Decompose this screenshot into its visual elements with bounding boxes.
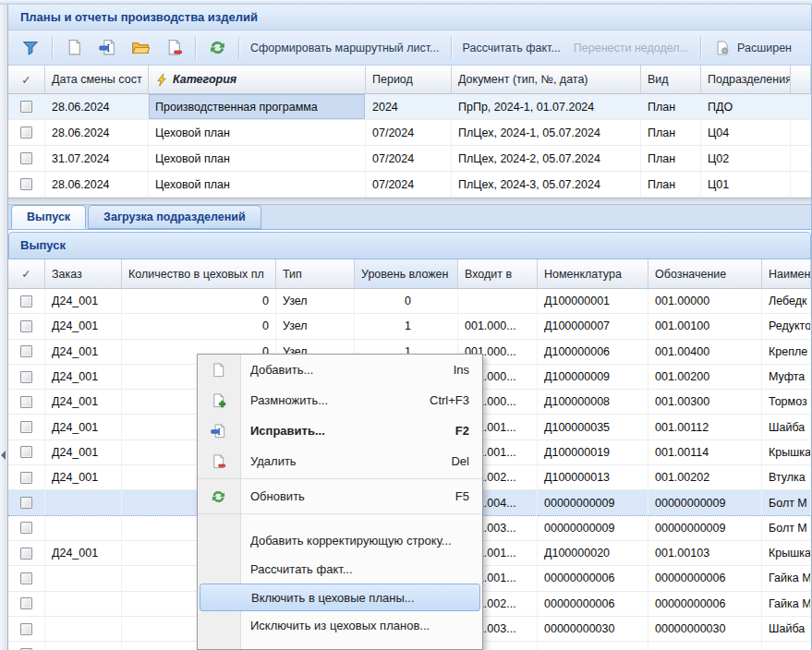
toolbar-separator (52, 37, 53, 59)
refresh-icon (210, 488, 227, 505)
horizontal-splitter[interactable] (8, 198, 811, 205)
column-header-division[interactable]: Подразделения (701, 66, 791, 94)
table-row[interactable]: 31.07.2024 Цеховой план 07/2024 ПлЦех, 2… (8, 146, 811, 172)
cell-designation: 00000000030 (648, 617, 762, 642)
column-header-date[interactable]: Дата смены сост (45, 66, 149, 94)
cell-order: Д24_001 (45, 465, 122, 490)
menu-item-label: Добавить корректирующую строку... (250, 534, 469, 548)
cell-document: ПлЦех, 2024-2, 05.07.2024 (452, 146, 641, 172)
table-row[interactable]: 28.06.2024 Цеховой план 07/2024 ПлЦех, 2… (8, 120, 811, 146)
column-header-period[interactable]: Период (366, 66, 452, 94)
collapsed-side-panel[interactable] (0, 5, 8, 650)
form-route-sheet-button[interactable]: Сформировать маршрутный лист... (244, 39, 446, 57)
edit-button[interactable] (91, 35, 124, 61)
column-header-nomenclature[interactable]: Номенклатура (538, 259, 648, 289)
cell-nomenclature: 00000000009 (538, 516, 648, 541)
refresh-button[interactable] (200, 35, 234, 61)
tab-division-load[interactable]: Загрузка подразделений (88, 205, 261, 229)
filter-button[interactable] (14, 35, 47, 61)
menu-item[interactable]: Добавить корректирующую строку... (198, 526, 482, 555)
table-row[interactable]: 28.06.2024 Цеховой план 07/2024 ПлЦех, 2… (8, 172, 811, 198)
row-checkbox[interactable] (20, 152, 32, 164)
cell-check (8, 592, 45, 617)
menu-item-label: Размножить... (250, 393, 418, 407)
delete-button[interactable] (157, 35, 190, 61)
menu-item[interactable]: Размножить... Ctrl+F3 (198, 385, 482, 415)
menu-item-label: Исключить из цеховых планов... (250, 619, 469, 632)
context-menu: Добавить... Ins Размножить... Ctrl+F3 Ис… (197, 354, 483, 650)
row-checkbox[interactable] (20, 597, 32, 609)
cell-name: Крышка (762, 440, 811, 465)
row-checkbox[interactable] (20, 345, 32, 357)
row-checkbox[interactable] (20, 472, 32, 484)
toolbar-separator (451, 37, 452, 59)
cell-date: 28.06.2024 (45, 94, 149, 120)
menu-item[interactable]: Добавить... Ins (198, 355, 482, 385)
cell-designation: 001.00000 (648, 289, 762, 314)
tab-output[interactable]: Выпуск (11, 205, 86, 229)
cell-designation: 001.00100 (648, 314, 762, 339)
table-row[interactable]: Д24_001 0 Узел 0 Д100000001 001.00000 Ле… (8, 289, 811, 314)
cell-check (8, 642, 45, 650)
row-checkbox[interactable] (20, 371, 32, 383)
column-header-document[interactable]: Документ (тип, №, дата) (452, 66, 641, 94)
row-checkbox[interactable] (20, 548, 32, 560)
row-checkbox[interactable] (20, 446, 32, 458)
cell-check (8, 465, 45, 490)
extended-button[interactable]: Расширен (706, 35, 798, 61)
cell-check (8, 146, 45, 172)
table-row[interactable]: Д24_001 0 Узел 1 001.000... Д100000007 0… (8, 314, 811, 339)
row-checkbox[interactable] (20, 396, 32, 408)
cell-nomenclature: 00000000006 (538, 592, 648, 617)
cell-category: Производственная программа (149, 94, 366, 120)
cell-period: 2024 (366, 94, 452, 120)
cell-designation: 00000000006 (648, 592, 762, 617)
open-button[interactable] (124, 35, 157, 61)
cell-designation (648, 642, 762, 650)
column-header-kind[interactable]: Вид (641, 66, 701, 94)
cell-check (8, 120, 45, 146)
menu-item[interactable]: Рассчитать факт... (198, 555, 482, 584)
column-header-order[interactable]: Заказ (45, 259, 122, 289)
panel-collapse-arrow-icon[interactable] (1, 451, 6, 460)
cell-name: Редукто (762, 314, 811, 339)
cell-type: Узел (276, 289, 355, 314)
row-checkbox[interactable] (20, 623, 32, 635)
menu-item[interactable]: Исправить... F2 (198, 415, 482, 446)
cell-check (8, 289, 45, 314)
column-header-category[interactable]: Категория (149, 66, 366, 94)
row-checkbox[interactable] (20, 295, 32, 307)
cell-check (8, 490, 45, 515)
table-row[interactable]: 28.06.2024 Производственная программа 20… (8, 94, 811, 120)
row-checkbox[interactable] (20, 421, 32, 433)
column-header-name[interactable]: Наимен (762, 259, 811, 289)
row-checkbox[interactable] (20, 497, 32, 509)
cell-division: Ц01 (701, 172, 791, 198)
calculate-fact-button[interactable]: Рассчитать факт... (456, 39, 567, 57)
toolbar-separator (195, 37, 196, 59)
row-checkbox[interactable] (20, 522, 32, 534)
menu-item[interactable]: Включить в цеховые планы... (200, 584, 480, 611)
menu-item[interactable]: Обновить F5 (198, 481, 482, 512)
menu-item-shortcut: F2 (455, 424, 469, 438)
row-checkbox[interactable] (20, 572, 32, 584)
row-checkbox[interactable] (20, 101, 32, 113)
column-header-type[interactable]: Тип (276, 259, 355, 289)
menu-item[interactable]: Исключить из цеховых планов... (198, 611, 482, 640)
select-all-header[interactable]: ✓ (8, 66, 45, 94)
cell-order: Д24_001 (45, 289, 122, 314)
row-checkbox[interactable] (20, 126, 32, 138)
add-button[interactable] (57, 35, 91, 61)
select-all-header[interactable]: ✓ (8, 259, 45, 289)
column-header-designation[interactable]: Обозначение (648, 259, 762, 289)
menu-item-label: Рассчитать факт... (250, 562, 469, 576)
cell-nomenclature: 00000000009 (538, 490, 648, 515)
menu-item[interactable]: Удалить Del (198, 446, 482, 476)
column-header-level[interactable]: Уровень вложен (355, 259, 458, 289)
transfer-backlog-button[interactable]: Перенести недодел... (567, 39, 696, 57)
row-checkbox[interactable] (20, 178, 32, 190)
column-header-parent[interactable]: Входит в (458, 259, 538, 289)
row-checkbox[interactable] (20, 320, 32, 332)
column-header-qty[interactable]: Количество в цеховых пл (122, 259, 276, 289)
cell-division: Ц02 (701, 146, 791, 172)
